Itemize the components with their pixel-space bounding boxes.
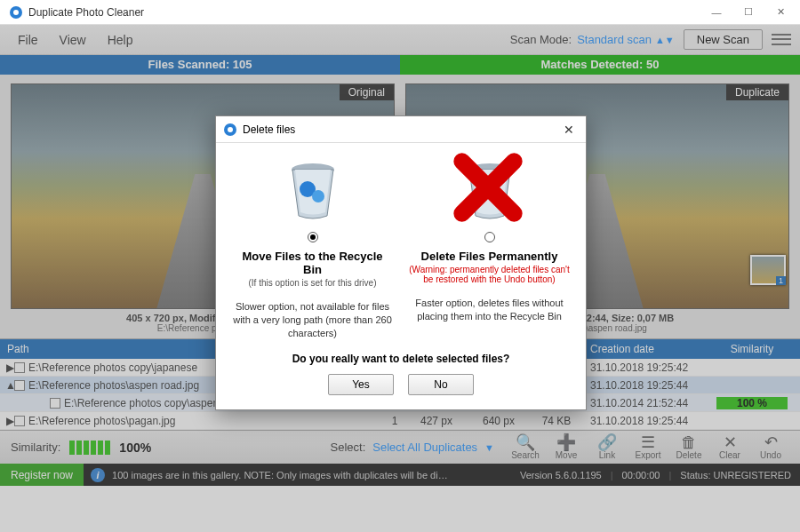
opt1-title: Move Files to the Recycle Bin xyxy=(232,250,393,276)
opt2-sub: (Warning: permanently deleted files can'… xyxy=(409,265,570,284)
opt1-desc: Slower option, not available for files w… xyxy=(232,300,393,340)
window-close[interactable]: ✕ xyxy=(764,0,796,25)
recycle-bin-x-icon xyxy=(454,154,525,225)
radio-recycle[interactable] xyxy=(308,232,318,242)
option-recycle-bin[interactable]: Move Files to the Recycle Bin (If this o… xyxy=(232,154,393,340)
confirm-text: Do you really want to delete selected fi… xyxy=(232,353,570,365)
titlebar: Duplicate Photo Cleaner — ☐ ✕ xyxy=(0,0,800,25)
window-title: Duplicate Photo Cleaner xyxy=(28,6,700,19)
recycle-bin-icon xyxy=(277,154,348,225)
delete-dialog: Delete files ✕ Move Files to the Recycle… xyxy=(215,115,587,410)
window-maximize[interactable]: ☐ xyxy=(732,0,764,25)
svg-point-3 xyxy=(228,127,233,132)
dialog-titlebar: Delete files ✕ xyxy=(216,116,586,143)
opt2-title: Delete Files Permanently xyxy=(409,250,570,263)
dialog-title: Delete files xyxy=(243,123,559,136)
red-x-icon xyxy=(452,152,524,223)
opt2-desc: Faster option, deletes files without pla… xyxy=(409,297,570,323)
window-minimize[interactable]: — xyxy=(700,0,732,25)
radio-permanent[interactable] xyxy=(484,232,495,242)
yes-button[interactable]: Yes xyxy=(328,374,394,395)
opt1-sub: (If this option is set for this drive) xyxy=(232,278,393,288)
option-permanent-delete[interactable]: Delete Files Permanently (Warning: perma… xyxy=(409,154,570,340)
dialog-close-button[interactable]: ✕ xyxy=(559,123,579,137)
app-icon xyxy=(9,5,23,20)
dialog-app-icon xyxy=(223,123,237,137)
svg-point-6 xyxy=(312,190,324,202)
no-button[interactable]: No xyxy=(408,374,474,395)
svg-point-1 xyxy=(13,10,19,15)
